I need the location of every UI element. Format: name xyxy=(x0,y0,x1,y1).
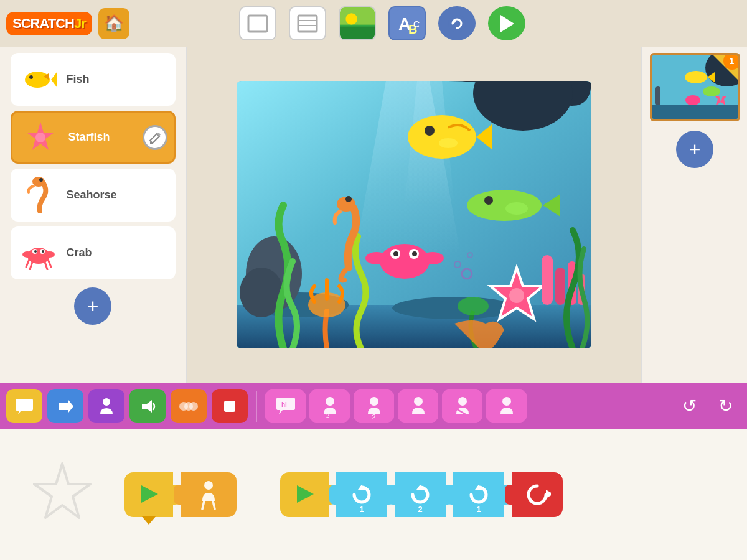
show-block[interactable] xyxy=(398,389,438,423)
svg-point-62 xyxy=(412,251,417,256)
show-block-icon xyxy=(408,395,428,418)
svg-text:C: C xyxy=(413,19,420,29)
svg-point-54 xyxy=(484,196,493,205)
svg-point-26 xyxy=(22,251,32,258)
rotate-block-1[interactable]: 1 xyxy=(336,472,387,517)
sprite-edit-button[interactable] xyxy=(143,125,167,150)
svg-point-52 xyxy=(467,190,542,221)
svg-point-79 xyxy=(703,86,720,96)
logo-text: SCRATCHJr xyxy=(12,16,86,32)
svg-point-102 xyxy=(204,481,213,490)
stage[interactable] xyxy=(237,81,591,348)
script-undo-button[interactable]: ↺ xyxy=(674,391,705,422)
background-button[interactable] xyxy=(339,6,376,40)
layout2-button[interactable] xyxy=(289,6,326,40)
rotate3-icon xyxy=(467,483,490,506)
bottom-area: hi 2 2 xyxy=(0,383,747,560)
svg-rect-0 xyxy=(248,16,267,32)
text-button[interactable]: A B C xyxy=(388,6,426,40)
svg-point-6 xyxy=(345,13,357,25)
logo: SCRATCHJr xyxy=(6,12,92,35)
svg-line-104 xyxy=(213,501,215,509)
sprite-item-crab[interactable]: Crab xyxy=(11,226,176,279)
svg-marker-17 xyxy=(51,72,57,88)
coding-area: 1 2 1 xyxy=(0,429,747,560)
walk-block[interactable] xyxy=(181,472,237,517)
category-end-button[interactable] xyxy=(212,389,248,423)
grow-block[interactable]: 2 xyxy=(309,389,350,423)
svg-point-57 xyxy=(365,252,388,264)
say-block[interactable]: hi xyxy=(265,389,306,423)
svg-text:hi: hi xyxy=(281,401,287,408)
svg-point-30 xyxy=(34,250,37,253)
hide-block[interactable] xyxy=(442,389,482,423)
layout1-icon xyxy=(247,14,268,33)
block-tab-left xyxy=(174,485,187,505)
home-button[interactable]: 🏠 xyxy=(98,8,129,39)
svg-point-13 xyxy=(448,15,466,32)
sprite-outline-icon xyxy=(28,460,96,529)
svg-text:2: 2 xyxy=(326,413,329,418)
svg-point-48 xyxy=(408,115,476,159)
svg-line-35 xyxy=(48,259,51,267)
green-flag-icon xyxy=(496,12,518,35)
svg-marker-105 xyxy=(297,485,314,503)
palette-blocks-row: hi 2 2 xyxy=(265,389,669,423)
block-arrow-down xyxy=(141,516,156,525)
add-page-icon: + xyxy=(689,138,701,161)
rotate-block-2[interactable]: 2 xyxy=(395,472,446,517)
category-looks-button[interactable] xyxy=(88,389,125,423)
flag-block-1[interactable] xyxy=(125,472,173,517)
add-sprite-button[interactable]: + xyxy=(74,287,111,325)
svg-line-34 xyxy=(45,262,47,269)
grow-block-icon: 2 xyxy=(320,395,340,418)
category-sound-button[interactable] xyxy=(129,389,166,423)
rotate2-badge: 2 xyxy=(418,505,422,514)
end-block[interactable] xyxy=(512,472,563,517)
page-thumb-1[interactable]: 1 xyxy=(650,53,740,121)
svg-point-65 xyxy=(509,288,524,303)
add-page-button[interactable]: + xyxy=(676,131,713,168)
seahorse-icon xyxy=(20,177,57,214)
flag-icon-2 xyxy=(292,483,317,506)
crab-icon xyxy=(20,235,57,272)
flag-block-2[interactable] xyxy=(280,472,329,517)
flag-icon-1 xyxy=(136,483,161,506)
undo-icon xyxy=(448,14,466,33)
svg-point-27 xyxy=(45,251,55,258)
svg-line-33 xyxy=(30,262,32,269)
arrow-right-icon xyxy=(56,398,75,415)
svg-point-55 xyxy=(505,202,528,215)
shrink-badge: 2 xyxy=(372,413,375,421)
stage-scene xyxy=(237,81,591,348)
rotate-block-3[interactable]: 1 xyxy=(453,472,504,517)
undo-button[interactable] xyxy=(438,6,476,40)
reset-size-block[interactable] xyxy=(486,389,527,423)
code-sequence-2: 1 2 1 xyxy=(280,472,563,517)
fish-icon xyxy=(20,61,57,98)
sprite-item-fish[interactable]: Fish xyxy=(11,53,176,106)
layout2-icon xyxy=(297,14,318,33)
logo-scratch: SCRATCH xyxy=(12,16,74,31)
logo-jr: Jr xyxy=(74,16,86,31)
end-icon xyxy=(524,481,551,508)
script-redo-button[interactable]: ↻ xyxy=(710,391,741,422)
rotate1-tab-l xyxy=(329,485,343,505)
category-trigger-button[interactable] xyxy=(6,389,42,423)
layout1-button[interactable] xyxy=(239,6,276,40)
palette-divider xyxy=(256,391,257,422)
category-motion-button[interactable] xyxy=(47,389,83,423)
category-control-button[interactable] xyxy=(171,389,207,423)
green-flag-button[interactable] xyxy=(488,6,525,40)
sprite-item-starfish[interactable]: Starfish xyxy=(11,111,176,164)
svg-point-51 xyxy=(439,138,458,148)
text-icon: A B C xyxy=(393,10,421,37)
sprite-item-seahorse[interactable]: Seahorse xyxy=(11,169,176,222)
svg-point-99 xyxy=(502,397,511,406)
rotate1-badge: 1 xyxy=(359,505,364,514)
sprite-panel: Fish Starfish xyxy=(0,47,187,383)
svg-point-97 xyxy=(458,397,467,406)
shrink-block[interactable]: 2 xyxy=(354,389,394,423)
svg-point-56 xyxy=(380,244,430,279)
rotate2-tab-l xyxy=(388,485,402,505)
